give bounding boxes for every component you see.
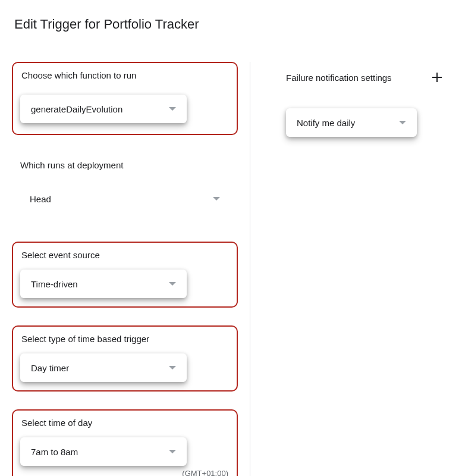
- label-deployment: Which runs at deployment: [19, 160, 231, 170]
- field-function: Choose which function to run generateDai…: [12, 62, 238, 135]
- plus-icon: [431, 71, 443, 83]
- page-title: Edit Trigger for Portfolio Tracker: [0, 0, 462, 32]
- chevron-down-icon: [213, 197, 220, 201]
- form-columns: Choose which function to run generateDai…: [0, 62, 462, 476]
- chevron-down-icon: [169, 366, 176, 369]
- add-notification-button[interactable]: [430, 70, 444, 84]
- label-trigger-type: Select type of time based trigger: [20, 334, 230, 344]
- field-event-source: Select event source Time-driven: [12, 242, 238, 308]
- select-function[interactable]: generateDailyEvolution: [20, 95, 187, 123]
- select-event-source-value: Time-driven: [31, 279, 169, 289]
- select-time-of-day-value: 7am to 8am: [31, 447, 169, 457]
- select-event-source[interactable]: Time-driven: [20, 270, 187, 298]
- label-function: Choose which function to run: [20, 70, 230, 80]
- label-failure-notification: Failure notification settings: [286, 73, 392, 83]
- select-time-of-day[interactable]: 7am to 8am: [20, 437, 187, 466]
- timezone-note: (GMT+01:00): [182, 469, 228, 476]
- select-notify-value: Notify me daily: [297, 118, 399, 128]
- field-deployment: Which runs at deployment Head: [12, 153, 238, 224]
- select-deployment-value: Head: [30, 194, 213, 204]
- field-time-of-day: Select time of day 7am to 8am (GMT+01:00…: [12, 409, 238, 476]
- label-time-of-day: Select time of day: [20, 418, 230, 428]
- right-column: Failure notification settings Notify me …: [250, 62, 450, 476]
- field-trigger-type: Select type of time based trigger Day ti…: [12, 325, 238, 392]
- select-notify[interactable]: Notify me daily: [286, 108, 417, 137]
- failure-notification-header: Failure notification settings: [286, 70, 444, 84]
- chevron-down-icon: [169, 450, 176, 453]
- chevron-down-icon: [169, 107, 176, 111]
- select-trigger-type-value: Day timer: [31, 363, 169, 373]
- chevron-down-icon: [399, 121, 406, 124]
- label-event-source: Select event source: [20, 250, 230, 260]
- left-column: Choose which function to run generateDai…: [12, 62, 250, 476]
- chevron-down-icon: [169, 282, 176, 286]
- select-trigger-type[interactable]: Day timer: [20, 353, 187, 382]
- select-function-value: generateDailyEvolution: [31, 104, 169, 114]
- select-deployment[interactable]: Head: [19, 184, 231, 213]
